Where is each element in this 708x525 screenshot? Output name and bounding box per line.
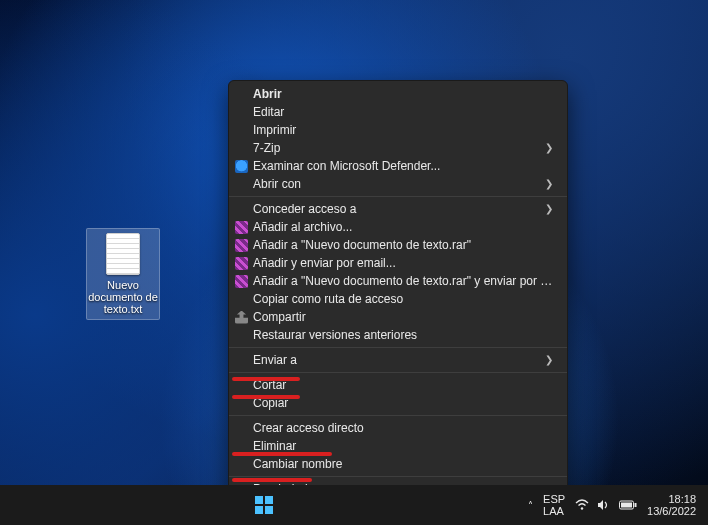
menu-separator [229,372,567,373]
menu-add-to-archive[interactable]: Añadir al archivo... [229,218,567,236]
menu-add-and-email[interactable]: Añadir y enviar por email... [229,254,567,272]
menu-separator [229,196,567,197]
menu-cut[interactable]: Cortar [229,376,567,394]
menu-separator [229,476,567,477]
rar-icon [235,221,248,234]
language-line1: ESP [543,493,565,505]
clock-time: 18:18 [647,493,696,505]
menu-create-shortcut[interactable]: Crear acceso directo [229,419,567,437]
defender-icon [235,160,248,173]
menu-send-to[interactable]: Enviar a❯ [229,351,567,369]
svg-rect-2 [635,503,637,507]
clock-date: 13/6/2022 [647,505,696,517]
menu-edit[interactable]: Editar [229,103,567,121]
menu-defender[interactable]: Examinar con Microsoft Defender... [229,157,567,175]
start-button[interactable] [250,491,278,519]
taskbar: ˄ ESP LAA 18:18 13/6/2022 [0,485,708,525]
context-menu: Abrir Editar Imprimir 7-Zip❯ Examinar co… [228,80,568,503]
share-icon [235,311,248,324]
system-tray: ˄ ESP LAA 18:18 13/6/2022 [528,493,708,517]
tray-overflow-button[interactable]: ˄ [528,500,533,511]
svg-point-0 [581,507,583,509]
menu-open-with[interactable]: Abrir con❯ [229,175,567,193]
menu-7zip[interactable]: 7-Zip❯ [229,139,567,157]
chevron-right-icon: ❯ [545,200,553,218]
menu-add-to-rar-email[interactable]: Añadir a "Nuevo documento de texto.rar" … [229,272,567,290]
menu-separator [229,347,567,348]
menu-open[interactable]: Abrir [229,85,567,103]
menu-copy[interactable]: Copiar [229,394,567,412]
svg-rect-3 [621,503,632,508]
menu-share[interactable]: Compartir [229,308,567,326]
menu-delete[interactable]: Eliminar [229,437,567,455]
language-indicator[interactable]: ESP LAA [543,493,565,517]
menu-print[interactable]: Imprimir [229,121,567,139]
rar-icon [235,239,248,252]
chevron-right-icon: ❯ [545,175,553,193]
desktop-file-icon[interactable]: Nuevo documento de texto.txt [86,228,160,320]
wifi-icon[interactable] [575,499,589,511]
language-line2: LAA [543,505,565,517]
chevron-right-icon: ❯ [545,351,553,369]
menu-rename[interactable]: Cambiar nombre [229,455,567,473]
menu-restore-previous[interactable]: Restaurar versiones anteriores [229,326,567,344]
clock[interactable]: 18:18 13/6/2022 [647,493,696,517]
chevron-right-icon: ❯ [545,139,553,157]
menu-separator [229,415,567,416]
windows-logo-icon [255,496,273,514]
volume-icon[interactable] [597,499,611,511]
rar-icon [235,275,248,288]
menu-copy-as-path[interactable]: Copiar como ruta de acceso [229,290,567,308]
desktop-file-label: Nuevo documento de texto.txt [87,279,159,315]
rar-icon [235,257,248,270]
battery-icon[interactable] [619,500,637,510]
menu-give-access[interactable]: Conceder acceso a❯ [229,200,567,218]
menu-add-to-rar[interactable]: Añadir a "Nuevo documento de texto.rar" [229,236,567,254]
text-file-icon [106,233,140,275]
